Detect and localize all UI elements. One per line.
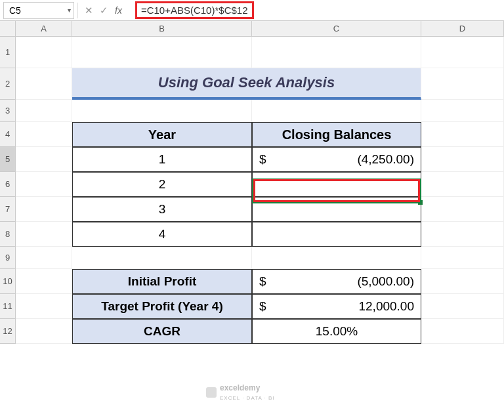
label-initial-profit[interactable]: Initial Profit	[72, 269, 252, 294]
formula-bar: C5 ▾ ✕ ✓ fx =C10+ABS(C10)*$C$12	[0, 0, 504, 21]
cell-B5[interactable]: 1	[72, 147, 252, 172]
row-header-1[interactable]: 1	[0, 37, 16, 68]
row-header-7[interactable]: 7	[0, 197, 16, 222]
cancel-icon[interactable]: ✕	[85, 5, 93, 16]
cell-B7[interactable]: 3	[72, 197, 252, 222]
watermark: exceldemy EXCEL · DATA · BI	[206, 383, 275, 402]
formula-bar-buttons: ✕ ✓ fx	[78, 5, 133, 16]
cell-C10[interactable]: $ (5,000.00)	[252, 269, 421, 294]
cell-D8[interactable]	[421, 222, 504, 247]
row-header-6[interactable]: 6	[0, 172, 16, 197]
cell-A8[interactable]	[16, 222, 72, 247]
cell-C8[interactable]	[252, 222, 421, 247]
fx-icon[interactable]: fx	[115, 5, 122, 16]
cell-A6[interactable]	[16, 172, 72, 197]
cell-C9[interactable]	[252, 247, 421, 269]
name-box-value: C5	[9, 5, 21, 16]
col-header-A[interactable]: A	[16, 21, 72, 37]
cell-D5[interactable]	[421, 147, 504, 172]
row-header-4[interactable]: 4	[0, 122, 16, 147]
row-header-12[interactable]: 12	[0, 319, 16, 344]
formula-input[interactable]: =C10+ABS(C10)*$C$12	[135, 1, 254, 19]
row-header-2[interactable]: 2	[0, 68, 16, 100]
label-target-profit[interactable]: Target Profit (Year 4)	[72, 294, 252, 319]
spreadsheet-grid: A B C D 1 2 Using Goal Seek Analysis 3 4…	[0, 21, 504, 344]
cell-A7[interactable]	[16, 197, 72, 222]
col-header-B[interactable]: B	[72, 21, 252, 37]
title-cell[interactable]: Using Goal Seek Analysis	[72, 68, 421, 100]
cell-A12[interactable]	[16, 319, 72, 344]
header-year[interactable]: Year	[72, 122, 252, 147]
cell-D11[interactable]	[421, 294, 504, 319]
cell-C1[interactable]	[252, 37, 421, 68]
watermark-sub: EXCEL · DATA · BI	[220, 395, 275, 401]
cell-C6[interactable]	[252, 172, 421, 197]
cell-B6[interactable]: 2	[72, 172, 252, 197]
cell-D3[interactable]	[421, 100, 504, 122]
currency-value: (5,000.00)	[357, 274, 414, 289]
label-cagr[interactable]: CAGR	[72, 319, 252, 344]
currency-value: (4,250.00)	[357, 152, 414, 167]
cell-D10[interactable]	[421, 269, 504, 294]
cell-B9[interactable]	[72, 247, 252, 269]
cell-D12[interactable]	[421, 319, 504, 344]
cell-C11[interactable]: $ 12,000.00	[252, 294, 421, 319]
select-all-corner[interactable]	[0, 21, 16, 37]
cell-B8[interactable]: 4	[72, 222, 252, 247]
chevron-down-icon[interactable]: ▾	[68, 7, 71, 14]
cell-D9[interactable]	[421, 247, 504, 269]
currency-symbol: $	[259, 152, 266, 167]
row-header-3[interactable]: 3	[0, 100, 16, 122]
cell-A10[interactable]	[16, 269, 72, 294]
col-header-C[interactable]: C	[252, 21, 421, 37]
row-header-8[interactable]: 8	[0, 222, 16, 247]
row-header-9[interactable]: 9	[0, 247, 16, 269]
currency-value: 12,000.00	[358, 299, 414, 314]
cell-B3[interactable]	[72, 100, 252, 122]
currency-symbol: $	[259, 299, 266, 314]
row-header-10[interactable]: 10	[0, 269, 16, 294]
cell-A1[interactable]	[16, 37, 72, 68]
cell-D2[interactable]	[421, 68, 504, 100]
name-box[interactable]: C5 ▾	[3, 2, 74, 19]
row-header-5[interactable]: 5	[0, 147, 16, 172]
cell-B1[interactable]	[72, 37, 252, 68]
enter-icon[interactable]: ✓	[100, 5, 108, 16]
cell-C3[interactable]	[252, 100, 421, 122]
cell-C5[interactable]: $ (4,250.00)	[252, 147, 421, 172]
cell-D6[interactable]	[421, 172, 504, 197]
cell-A4[interactable]	[16, 122, 72, 147]
col-header-D[interactable]: D	[421, 21, 504, 37]
cell-A5[interactable]	[16, 147, 72, 172]
cell-C7[interactable]	[252, 197, 421, 222]
header-closing[interactable]: Closing Balances	[252, 122, 421, 147]
currency-symbol: $	[259, 274, 266, 289]
logo-icon	[206, 387, 217, 398]
cell-D4[interactable]	[421, 122, 504, 147]
cell-A3[interactable]	[16, 100, 72, 122]
watermark-brand: exceldemy	[220, 383, 260, 392]
cell-D7[interactable]	[421, 197, 504, 222]
cell-C12[interactable]: 15.00%	[252, 319, 421, 344]
row-header-11[interactable]: 11	[0, 294, 16, 319]
cell-A9[interactable]	[16, 247, 72, 269]
cell-A11[interactable]	[16, 294, 72, 319]
cell-D1[interactable]	[421, 37, 504, 68]
cell-A2[interactable]	[16, 68, 72, 100]
